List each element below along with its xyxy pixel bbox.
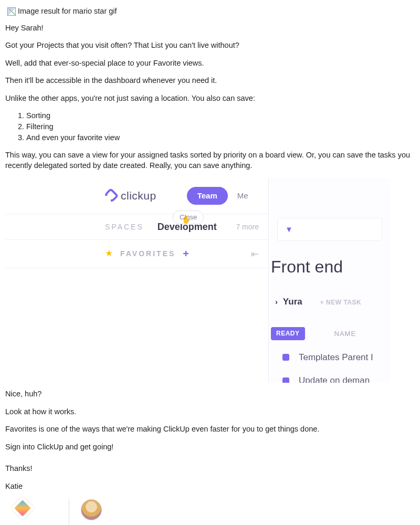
brand-name: ClickUp [6,523,66,525]
chevron-right-icon[interactable]: › [275,297,278,308]
task-row[interactable]: Templates Parent I [282,352,391,364]
task-row[interactable]: Update on deman [282,375,391,383]
cursor-icon: ✋ [182,215,191,225]
filter-icon: ▼ [285,224,293,235]
signoff-thanks: Thanks! [5,464,415,474]
broken-image-alt: Image result for mario star gif [18,6,117,17]
me-toggle[interactable]: Me [237,191,248,201]
body-paragraph: Well, add that ever-so-special place to … [5,58,415,69]
signature-block: ClickUp San Francisco Katie Shore Client… [5,499,415,525]
clickup-wordmark: clickup [121,188,156,203]
list-item: Sorting [26,111,415,121]
body-paragraph: Got your Projects that you visit often? … [5,40,415,51]
body-paragraph: This way, you can save a view for your a… [5,150,415,171]
avatar [81,499,102,520]
clickup-mark-icon [102,188,119,204]
favorites-label: FAVORITES [120,249,175,259]
screenshot-right-panel: ▼ Front end › Yura + NEW TASK READY NAME… [268,178,391,383]
body-paragraph: Nice, huh? [5,389,415,400]
body-paragraph: Favorites is one of the ways that we're … [5,424,415,435]
broken-image-placeholder: Image result for mario star gif [5,5,119,18]
product-screenshot: clickup Team Me Close ✋ SPACES Developme… [5,178,391,383]
assignee-row: › Yura + NEW TASK [275,296,391,308]
signature-person-column: Katie Shore Client Success Champion [81,499,177,525]
spaces-nav: SPACES Development 7 more [5,214,268,240]
star-icon: ★ [105,248,113,260]
signoff-name: Katie [5,481,415,492]
body-paragraph: Look at how it works. [5,407,415,417]
screenshot-left-panel: clickup Team Me Close ✋ SPACES Developme… [5,178,268,383]
status-header-row: READY NAME [271,327,391,340]
clickup-logo: clickup [105,188,156,203]
list-item: Filtering [26,122,415,132]
body-paragraph: Sign into ClickUp and get going! [5,442,415,453]
assignee-name[interactable]: Yura [283,296,302,308]
list-title: Front end [271,256,391,278]
screenshot-topbar: clickup Team Me [5,178,268,214]
task-status-icon [282,354,289,361]
task-status-icon [282,377,289,383]
new-task-button[interactable]: + NEW TASK [320,298,361,307]
signature-divider [69,499,69,525]
column-name: NAME [334,329,356,339]
add-favorite-button[interactable]: + [183,247,189,261]
favorites-row: ★ FAVORITES + ⇤ [5,240,268,268]
filter-box[interactable]: ▼ [277,218,382,241]
signature-brand-column: ClickUp San Francisco [5,499,66,525]
task-title: Update on deman [299,375,370,383]
body-paragraph: Then it'll be accessible in the dashboar… [5,76,415,86]
spaces-label: SPACES [105,222,144,232]
body-paragraph: Unlike the other apps, you're not just s… [5,93,415,104]
status-ready[interactable]: READY [271,327,305,340]
list-item: And even your favorite view [26,133,415,143]
greeting: Hey Sarah! [5,23,415,34]
team-toggle[interactable]: Team [187,187,228,205]
more-spaces[interactable]: 7 more [236,222,259,232]
collapse-icon[interactable]: ⇤ [251,248,259,260]
clickup-diamond-icon [10,496,35,521]
broken-image-icon [7,7,16,16]
feature-list: Sorting Filtering And even your favorite… [26,111,415,143]
task-title: Templates Parent I [299,352,373,364]
